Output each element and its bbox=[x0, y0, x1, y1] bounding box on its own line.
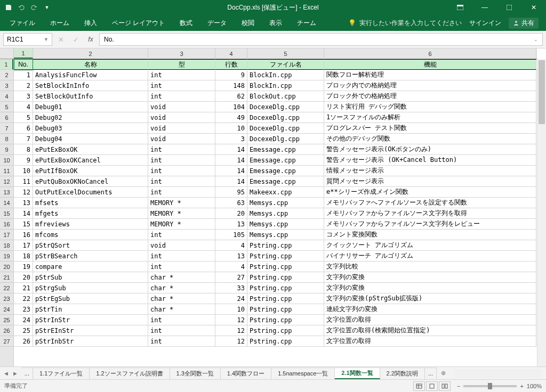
cell[interactable]: SetBlockInInfo bbox=[33, 80, 148, 91]
row-header[interactable]: 20 bbox=[0, 262, 13, 272]
tab-formulas[interactable]: 数式 bbox=[172, 15, 200, 31]
cell[interactable]: BlockIn.cpp bbox=[247, 80, 324, 91]
cell[interactable]: 63 bbox=[215, 198, 247, 208]
cell[interactable]: その他のデバッグ関数 bbox=[324, 134, 536, 144]
scrollbar-thumb[interactable] bbox=[539, 60, 545, 124]
cell[interactable]: mfgets bbox=[33, 208, 148, 219]
tab-home[interactable]: ホーム bbox=[43, 15, 77, 31]
sheet-tab[interactable]: 1.2ソースファイル説明書 bbox=[90, 368, 170, 379]
cell[interactable]: 10 bbox=[215, 123, 247, 134]
cell[interactable]: AnalysisFuncFlow bbox=[33, 70, 148, 80]
row-header[interactable]: 27 bbox=[0, 336, 13, 347]
cell[interactable]: Pstring.cpp bbox=[247, 315, 324, 325]
cell[interactable]: pStrEgSub bbox=[33, 293, 148, 304]
cell[interactable]: DocexeDlg.cpp bbox=[247, 102, 324, 112]
cell[interactable]: 14 bbox=[215, 144, 247, 155]
cell[interactable]: 3 bbox=[215, 134, 247, 144]
zoom-thumb[interactable] bbox=[488, 383, 492, 389]
cell[interactable]: int bbox=[148, 155, 215, 166]
cell[interactable]: 21 bbox=[14, 283, 33, 293]
cell[interactable]: 16 bbox=[14, 230, 33, 240]
cell[interactable]: mfcoms bbox=[33, 230, 148, 240]
row-header[interactable]: 21 bbox=[0, 272, 13, 283]
row-header[interactable]: 15 bbox=[0, 208, 13, 219]
cell[interactable]: 26 bbox=[14, 336, 33, 347]
cell[interactable]: Debug01 bbox=[33, 102, 148, 112]
row-header[interactable]: 2 bbox=[0, 70, 13, 80]
row-header[interactable]: 14 bbox=[0, 198, 13, 208]
cell[interactable]: Debug03 bbox=[33, 123, 148, 134]
cell[interactable]: 33 bbox=[215, 283, 247, 293]
enter-formula-icon[interactable]: ✓ bbox=[69, 33, 82, 46]
cell[interactable]: 24 bbox=[14, 315, 33, 325]
row-header[interactable]: 8 bbox=[0, 134, 13, 144]
row-header[interactable]: 17 bbox=[0, 230, 13, 240]
cell[interactable]: mfreviews bbox=[33, 219, 148, 230]
sheet-tab[interactable]: 1.4関数フロー bbox=[221, 368, 271, 379]
cell[interactable]: メモリバッファからファイルソース文字列を取得 bbox=[324, 208, 536, 219]
cell[interactable]: Memsys.cpp bbox=[247, 219, 324, 230]
tell-me-search[interactable]: 💡 実行したい作業を入力してください bbox=[348, 19, 462, 28]
cell[interactable]: 20 bbox=[14, 272, 33, 283]
sheet-tab[interactable]: 2.2関数説明 bbox=[380, 368, 425, 379]
cell[interactable]: pStrTin bbox=[33, 304, 148, 315]
sheet-tab[interactable]: 1.5namespace一覧 bbox=[271, 368, 335, 379]
cell[interactable]: 14 bbox=[215, 166, 247, 176]
cell[interactable]: Memsys.cpp bbox=[247, 230, 324, 240]
cell[interactable]: 文字位置の取得 bbox=[324, 315, 536, 325]
add-sheet-button[interactable]: ⊕ bbox=[437, 370, 449, 377]
undo-icon[interactable] bbox=[17, 3, 26, 12]
cell[interactable]: 5 bbox=[14, 112, 33, 123]
cell[interactable]: 4 bbox=[215, 240, 247, 251]
cell[interactable]: pStrEInStr bbox=[33, 325, 148, 336]
cell[interactable]: ePutExBoxOKCancel bbox=[33, 155, 148, 166]
col-header[interactable]: 1 bbox=[14, 48, 33, 59]
cancel-formula-icon[interactable]: ✕ bbox=[54, 33, 67, 46]
cell[interactable]: char * bbox=[148, 272, 215, 283]
cell[interactable]: Pstring.cpp bbox=[247, 293, 324, 304]
cell[interactable]: pStrInbStr bbox=[33, 336, 148, 347]
row-header[interactable]: 22 bbox=[0, 283, 13, 293]
cell[interactable]: 4 bbox=[215, 262, 247, 272]
header-cell[interactable]: No. bbox=[14, 59, 33, 70]
row-header[interactable]: 7 bbox=[0, 123, 13, 134]
cell[interactable]: ePutIfBoxOK bbox=[33, 166, 148, 176]
cell[interactable]: 12 bbox=[215, 325, 247, 336]
cell[interactable]: Pstring.cpp bbox=[247, 272, 324, 283]
cell[interactable]: 9 bbox=[14, 155, 33, 166]
row-header[interactable]: 19 bbox=[0, 251, 13, 262]
cell[interactable]: バイナリサーチ アルゴリズム bbox=[324, 251, 536, 262]
zoom-in-icon[interactable]: + bbox=[520, 383, 523, 389]
horizontal-scrollbar[interactable] bbox=[454, 369, 542, 378]
cell[interactable]: 1 bbox=[14, 70, 33, 80]
cell[interactable]: MEMORY * bbox=[148, 198, 215, 208]
cell[interactable]: int bbox=[148, 262, 215, 272]
sheet-tab[interactable]: 2.1関数一覧 bbox=[335, 368, 380, 379]
sheet-tab-overflow[interactable]: ... bbox=[21, 368, 33, 379]
cell[interactable]: 連続文字列の変換 bbox=[324, 304, 536, 315]
cell[interactable]: int bbox=[148, 251, 215, 262]
header-cell[interactable]: ファイル名 bbox=[247, 59, 324, 70]
cell[interactable]: Debug04 bbox=[33, 134, 148, 144]
cell[interactable]: int bbox=[148, 70, 215, 80]
cell[interactable]: OutPutExcelDocuments bbox=[33, 187, 148, 198]
cell[interactable]: Debug02 bbox=[33, 112, 148, 123]
tab-data[interactable]: データ bbox=[200, 15, 234, 31]
cell[interactable]: 文字位置の取得 bbox=[324, 336, 536, 347]
cell[interactable]: 18 bbox=[14, 251, 33, 262]
header-cell[interactable]: 機能 bbox=[324, 59, 536, 70]
col-header[interactable]: 4 bbox=[215, 48, 247, 59]
select-all-corner[interactable] bbox=[0, 48, 14, 59]
cell[interactable]: mfsets bbox=[33, 198, 148, 208]
cell[interactable]: Makeexx.cpp bbox=[247, 187, 324, 198]
cell[interactable]: 11 bbox=[14, 176, 33, 187]
cell[interactable]: 14 bbox=[215, 176, 247, 187]
row-header[interactable]: 26 bbox=[0, 325, 13, 336]
cell[interactable]: 7 bbox=[14, 134, 33, 144]
sheet-tab-more[interactable]: ... bbox=[425, 368, 437, 379]
cell[interactable]: 2 bbox=[14, 80, 33, 91]
col-header[interactable]: 2 bbox=[33, 48, 148, 59]
cell[interactable]: 105 bbox=[215, 230, 247, 240]
cell[interactable]: 12 bbox=[215, 336, 247, 347]
cell[interactable]: int bbox=[148, 166, 215, 176]
